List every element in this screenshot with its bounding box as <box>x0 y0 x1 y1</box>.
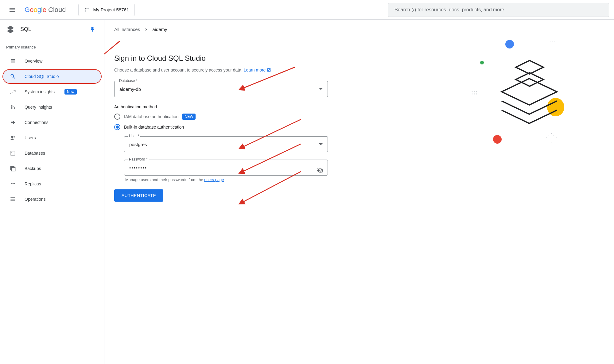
page-title: Sign in to Cloud SQL Studio <box>114 54 328 63</box>
svg-point-13 <box>480 61 484 64</box>
nav-label: Operations <box>25 197 45 202</box>
replicas-icon <box>9 180 17 188</box>
password-input[interactable]: •••••••• <box>124 160 328 176</box>
svg-point-0 <box>85 8 87 10</box>
radio-label: IAM database authentication <box>124 114 178 119</box>
user-select[interactable]: postgres <box>124 136 328 152</box>
nav-label: Replicas <box>25 181 41 186</box>
svg-point-3 <box>11 136 13 138</box>
sidebar-item-replicas[interactable]: Replicas <box>2 176 102 191</box>
svg-rect-5 <box>11 151 15 155</box>
svg-point-21 <box>472 94 473 95</box>
nav-label: Backups <box>25 166 41 171</box>
radio-label: Built-in database authentication <box>124 125 184 130</box>
password-value: •••••••• <box>129 165 147 170</box>
search-icon <box>9 73 17 80</box>
eye-off-icon <box>317 167 324 174</box>
users-icon <box>9 134 17 141</box>
radio-icon <box>114 114 120 120</box>
sidebar: SQL Primary instance Overview Cloud SQL … <box>0 20 104 364</box>
database-icon <box>9 149 17 157</box>
sidebar-title: SQL <box>20 26 81 33</box>
chevron-down-icon <box>319 143 323 145</box>
database-label: Database * <box>118 79 138 83</box>
svg-point-26 <box>550 43 551 43</box>
new-badge: New <box>64 89 77 95</box>
svg-point-14 <box>493 135 502 144</box>
svg-point-11 <box>10 200 11 201</box>
svg-point-6 <box>12 152 12 153</box>
svg-point-34 <box>554 135 554 136</box>
pin-icon <box>89 26 95 33</box>
sql-icon <box>6 25 15 34</box>
svg-point-33 <box>551 133 552 134</box>
radio-icon <box>114 124 120 130</box>
database-select[interactable]: aidemy-db <box>114 81 328 97</box>
toggle-password-visibility[interactable] <box>317 167 324 175</box>
sidebar-item-databases[interactable]: Databases <box>2 146 102 161</box>
external-link-icon <box>267 68 271 72</box>
chevron-right-icon <box>144 27 149 32</box>
google-cloud-logo[interactable]: Google Cloud <box>25 6 66 14</box>
svg-point-9 <box>10 197 11 198</box>
hamburger-menu-button[interactable] <box>5 2 20 17</box>
user-label: User * <box>128 134 140 138</box>
nav-label: Query insights <box>25 105 52 110</box>
top-bar: Google Cloud My Project 58761 Search (/)… <box>0 0 614 20</box>
svg-point-30 <box>554 140 554 140</box>
password-hint: Manage users and their passwords from th… <box>124 177 328 182</box>
nav-label: Users <box>25 135 36 140</box>
sidebar-item-system-insights[interactable]: System insights New <box>2 84 102 99</box>
svg-point-28 <box>549 140 549 140</box>
sidebar-item-cloud-sql-studio[interactable]: Cloud SQL Studio <box>2 69 102 84</box>
insights-icon <box>9 88 17 95</box>
pin-button[interactable] <box>87 24 98 35</box>
nav-label: Overview <box>25 59 42 64</box>
svg-point-18 <box>472 91 473 92</box>
breadcrumb-root[interactable]: All instances <box>114 27 140 32</box>
auth-builtin-radio[interactable]: Built-in database authentication <box>114 124 328 130</box>
sidebar-item-query-insights[interactable]: Query insights <box>2 100 102 114</box>
search-input[interactable]: Search (/) for resources, docs, products… <box>388 3 609 17</box>
chevron-down-icon <box>319 88 323 90</box>
subtitle: Choose a database and user account to se… <box>114 68 328 72</box>
brand-text: Cloud <box>48 6 66 14</box>
nav-label: Connections <box>25 120 49 125</box>
nav-label: System insights <box>25 89 55 94</box>
menu-icon <box>9 6 16 14</box>
new-badge: NEW <box>182 114 196 120</box>
sidebar-item-users[interactable]: Users <box>2 130 102 145</box>
users-page-link[interactable]: users page <box>204 177 224 182</box>
overview-icon <box>9 57 17 65</box>
svg-point-29 <box>551 142 552 142</box>
auth-method-label: Authentication method <box>114 104 328 109</box>
learn-more-link[interactable]: Learn more <box>244 68 271 72</box>
svg-point-19 <box>474 94 475 95</box>
project-icon <box>84 7 90 13</box>
project-name: My Project 58761 <box>93 7 129 12</box>
nav-label: Cloud SQL Studio <box>25 74 59 79</box>
svg-point-2 <box>85 10 87 12</box>
authenticate-button[interactable]: AUTHENTICATE <box>114 189 163 202</box>
svg-point-17 <box>476 91 477 92</box>
operations-icon <box>9 196 17 203</box>
backup-icon <box>9 165 17 172</box>
password-label: Password * <box>128 157 149 161</box>
auth-iam-radio[interactable]: IAM database authentication NEW <box>114 114 328 120</box>
section-label: Primary instance <box>0 39 104 52</box>
database-value: aidemy-db <box>119 87 141 92</box>
svg-point-10 <box>10 199 11 199</box>
connections-icon <box>9 119 17 126</box>
chart-icon <box>9 103 17 111</box>
sidebar-item-connections[interactable]: Connections <box>2 115 102 130</box>
project-selector[interactable]: My Project 58761 <box>78 4 135 16</box>
svg-rect-8 <box>12 168 15 171</box>
svg-point-31 <box>556 137 557 138</box>
sidebar-item-backups[interactable]: Backups <box>2 161 102 176</box>
breadcrumb: All instances aidemy <box>104 20 614 39</box>
sidebar-item-operations[interactable]: Operations <box>2 192 102 207</box>
svg-point-16 <box>474 91 475 92</box>
svg-point-4 <box>14 136 15 137</box>
sidebar-item-overview[interactable]: Overview <box>2 54 102 68</box>
svg-point-22 <box>552 41 553 41</box>
